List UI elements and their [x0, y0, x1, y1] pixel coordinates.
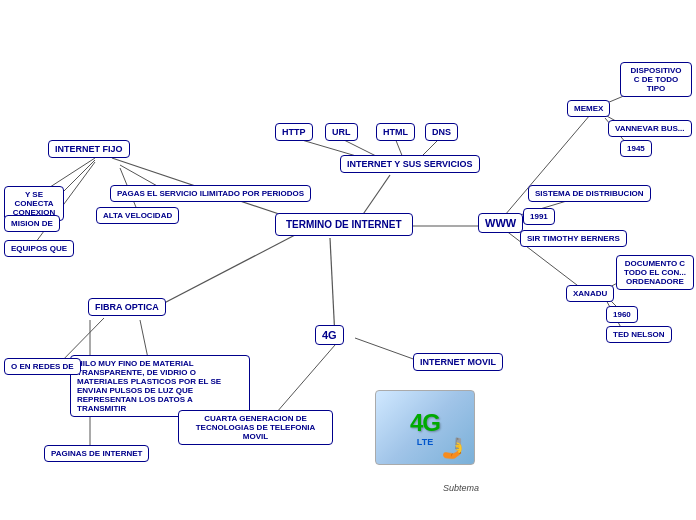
sir-timothy-node: SIR TIMOTHY BERNERS	[520, 230, 627, 247]
internet-servicios-node[interactable]: INTERNET Y SUS SERVICIOS	[340, 155, 480, 173]
4g-node[interactable]: 4G	[315, 325, 344, 345]
internet-fijo-node[interactable]: INTERNET FIJO	[48, 140, 130, 158]
ted-nelson-node: TED NELSON	[606, 326, 672, 343]
termino-internet-node[interactable]: TERMINO DE INTERNET	[275, 213, 413, 236]
pagas-servicio-node: PAGAS EL SERVICIO ILIMITADO POR PERIODOS	[110, 185, 311, 202]
anio-1960-node: 1960	[606, 306, 638, 323]
url-node[interactable]: URL	[325, 123, 358, 141]
internet-movil-node[interactable]: INTERNET MOVIL	[413, 353, 503, 371]
fibra-optica-node[interactable]: FIBRA OPTICA	[88, 298, 166, 316]
dns-node[interactable]: DNS	[425, 123, 458, 141]
paginas-internet-node[interactable]: PAGINAS DE INTERNET	[44, 445, 149, 462]
alta-velocidad-node: ALTA VELOCIDAD	[96, 207, 179, 224]
anio-1945-node: 1945	[620, 140, 652, 157]
anio-1991-node: 1991	[523, 208, 555, 225]
memex-node[interactable]: MEMEX	[567, 100, 610, 117]
www-node[interactable]: WWW	[478, 213, 523, 233]
subtema-label: Subtema	[443, 483, 479, 493]
cuarta-gen-node: CUARTA GENERACION DE TECNOLOGIAS DE TELE…	[178, 410, 333, 445]
person-icon: 🤳	[441, 436, 466, 460]
http-node[interactable]: HTTP	[275, 123, 313, 141]
hilo-fino-node: HILO MUY FINO DE MATERIAL TRANSPARENTE, …	[70, 355, 250, 417]
connections-layer	[0, 0, 696, 520]
mindmap-canvas: TERMINO DE INTERNET INTERNET Y SUS SERVI…	[0, 0, 696, 520]
svg-line-4	[145, 235, 295, 313]
html-node[interactable]: HTML	[376, 123, 415, 141]
dispositivo-node: DISPOSITIVO C DE TODO TIPO	[620, 62, 692, 97]
svg-line-3	[330, 238, 335, 338]
en-redes-node: O EN REDES DE	[4, 358, 81, 375]
vannevar-node: VANNEVAR BUS...	[608, 120, 692, 137]
mision-node: MISION DE	[4, 215, 60, 232]
svg-line-25	[270, 345, 335, 420]
equipos-node: EQUIPOS QUE	[4, 240, 74, 257]
4g-image-node: 4G LTE 🤳	[375, 390, 475, 465]
xanadu-node[interactable]: XANADU	[566, 285, 614, 302]
documento-node: DOCUMENTO C TODO EL CON... ORDENADORE	[616, 255, 694, 290]
lte-text: LTE	[417, 437, 433, 447]
4g-logo-text: 4G	[410, 409, 440, 437]
sistema-distribucion-node[interactable]: SISTEMA DE DISTRIBUCION	[528, 185, 651, 202]
